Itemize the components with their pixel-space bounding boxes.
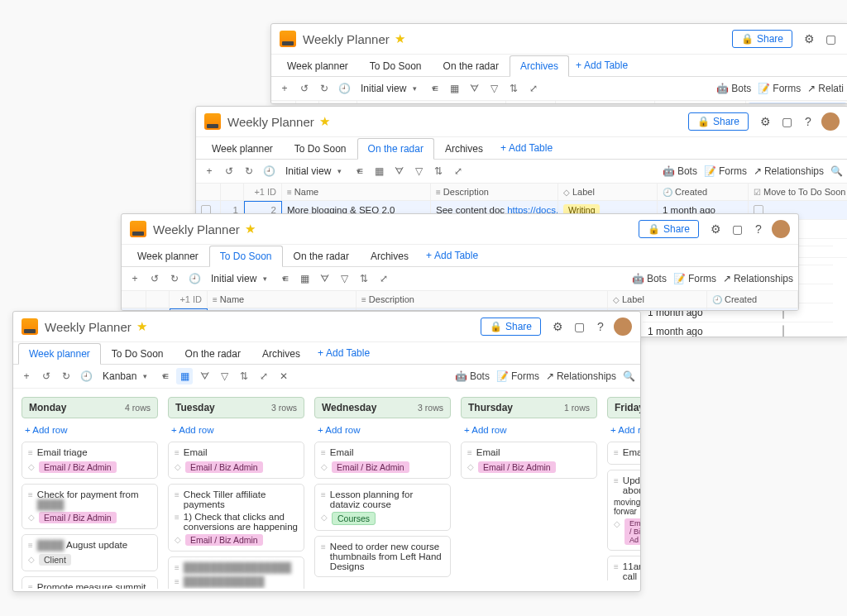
- undo-icon[interactable]: ↺: [38, 368, 55, 384]
- bots-button[interactable]: 🤖 Bots: [455, 370, 490, 382]
- col-desc[interactable]: ≡Description: [506, 101, 556, 104]
- forms-button[interactable]: 📝 Forms: [758, 83, 801, 94]
- lock-icon: 🔒: [741, 33, 754, 45]
- add-icon[interactable]: +: [18, 368, 35, 384]
- tab-week[interactable]: Week planner: [127, 246, 209, 266]
- chat-icon[interactable]: ▢: [569, 317, 589, 337]
- star-icon[interactable]: ★: [319, 114, 330, 129]
- add-table-button[interactable]: +Add Table: [569, 55, 634, 75]
- avatar[interactable]: [772, 220, 790, 238]
- tab-archives[interactable]: Archives: [251, 343, 311, 364]
- star-icon[interactable]: ★: [395, 31, 405, 46]
- tab-todo[interactable]: To Do Soon: [359, 55, 433, 76]
- view-dropdown[interactable]: Kanban: [98, 369, 155, 384]
- tab-archives[interactable]: Archives: [360, 246, 419, 266]
- chat-icon[interactable]: ▢: [727, 219, 747, 239]
- history-icon[interactable]: 🕘: [336, 80, 352, 97]
- gear-icon[interactable]: ⚙: [799, 29, 819, 49]
- star-icon[interactable]: ★: [136, 319, 147, 334]
- group-icon[interactable]: ⇅: [505, 80, 522, 97]
- kanban-card[interactable]: ≡Promote measure summit on social ≡Copyh…: [22, 576, 158, 589]
- gear-icon[interactable]: ⚙: [755, 112, 775, 131]
- help-icon[interactable]: ?: [798, 112, 818, 131]
- kanban-view-icon[interactable]: ▦: [446, 80, 462, 97]
- tab-archives[interactable]: Archives: [434, 138, 494, 159]
- tab-radar[interactable]: On the radar: [175, 343, 251, 364]
- kanban-card[interactable]: ≡Check for payment from ████ ◇Email / Bi…: [22, 484, 158, 529]
- add-table-button[interactable]: +Add Table: [311, 343, 376, 363]
- col-label[interactable]: ◇Label: [556, 101, 655, 104]
- redo-icon[interactable]: ↻: [316, 80, 333, 97]
- star-icon[interactable]: ★: [245, 222, 256, 236]
- share-button[interactable]: 🔒Share: [732, 30, 792, 48]
- chat-icon[interactable]: ▢: [777, 112, 797, 131]
- redo-icon[interactable]: ↻: [58, 368, 74, 384]
- tab-todo[interactable]: To Do Soon: [209, 246, 283, 267]
- kanban-view-icon[interactable]: ▦: [176, 368, 193, 384]
- forms-button[interactable]: 📝 Forms: [704, 165, 747, 177]
- gear-icon[interactable]: ⚙: [706, 219, 725, 239]
- kanban-column-tuesday: Tuesday3 rows + Add row ≡Email ◇Email / …: [168, 397, 304, 580]
- expand-icon[interactable]: ⤢: [525, 80, 542, 97]
- filter-icon[interactable]: ᗊ: [196, 368, 213, 384]
- app-title: Weekly Planner: [303, 32, 390, 46]
- toolbar: + ↺ ↻ 🕘 Initial view▾ ≡▾ ▦ ᗊ ▽ ⇅ ⤢ 🤖 Bot…: [271, 77, 847, 101]
- share-button[interactable]: 🔒Share: [688, 112, 749, 131]
- chat-icon[interactable]: ▢: [821, 29, 840, 49]
- avatar[interactable]: [821, 112, 840, 131]
- tab-week[interactable]: Week planner: [276, 55, 359, 76]
- avatar[interactable]: [614, 318, 632, 336]
- help-icon[interactable]: ?: [749, 219, 768, 239]
- add-column-button[interactable]: + Add column: [748, 103, 847, 104]
- add-table-button[interactable]: +Add Table: [494, 138, 559, 158]
- col-name[interactable]: ≡Name: [357, 101, 506, 104]
- app-logo-icon: [22, 318, 38, 335]
- gear-icon[interactable]: ⚙: [548, 317, 567, 337]
- app-logo-icon: [204, 113, 221, 130]
- add-row-button[interactable]: + Add row: [22, 423, 158, 437]
- tab-week[interactable]: Week planner: [201, 138, 284, 159]
- tab-radar[interactable]: On the radar: [357, 138, 434, 160]
- sort-icon[interactable]: ▽: [216, 368, 232, 384]
- add-table-button[interactable]: +Add Table: [419, 246, 485, 265]
- help-icon[interactable]: ?: [591, 317, 610, 337]
- undo-icon[interactable]: ↺: [296, 80, 313, 97]
- sort-icon[interactable]: ▽: [486, 80, 502, 97]
- filter-icon[interactable]: ᗊ: [466, 80, 482, 97]
- search-icon[interactable]: 🔍: [623, 370, 635, 382]
- bots-button[interactable]: 🤖 Bots: [716, 83, 751, 94]
- window-archives: Weekly Planner ★ 🔒Share ⚙ ▢ Week planner…: [270, 23, 847, 104]
- history-icon[interactable]: 🕘: [78, 368, 94, 384]
- kanban-column-monday: Monday4 rows + Add row ≡Email triage ◇Em…: [22, 397, 158, 580]
- search-icon[interactable]: 🔍: [830, 165, 843, 177]
- tab-week[interactable]: Week planner: [18, 343, 101, 365]
- app-logo-icon: [130, 221, 146, 237]
- window-week-kanban: Weekly Planner ★ 🔒Share ⚙ ▢ ? Week plann…: [12, 311, 641, 592]
- col-id[interactable]: +1 ID: [319, 101, 357, 104]
- kanban-card[interactable]: ≡████ August update ◇Client: [22, 534, 158, 571]
- relationships-button[interactable]: ↗ Relationships: [754, 165, 824, 177]
- tab-radar[interactable]: On the radar: [433, 55, 510, 76]
- header: Weekly Planner ★ 🔒Share ⚙ ▢: [271, 24, 847, 55]
- tab-todo[interactable]: To Do Soon: [101, 343, 175, 364]
- col-archived[interactable]: 🕘Archived: [655, 101, 746, 104]
- kanban-board: Monday4 rows + Add row ≡Email triage ◇Em…: [13, 389, 640, 589]
- kanban-column-friday: Friday + Add row ≡Email ≡Updates about m…: [607, 397, 640, 580]
- group-icon[interactable]: ⇅: [236, 368, 252, 384]
- relationships-button[interactable]: ↗ Relati: [807, 83, 844, 94]
- tab-archives[interactable]: Archives: [510, 55, 569, 77]
- drag-handle-icon[interactable]: ≡: [28, 447, 33, 459]
- relationships-button[interactable]: ↗ Relationships: [546, 370, 616, 382]
- kanban-card[interactable]: ≡Email triage ◇Email / Biz Admin: [22, 442, 158, 479]
- close-icon[interactable]: ✕: [275, 368, 292, 384]
- share-button[interactable]: 🔒Share: [481, 318, 541, 336]
- add-icon[interactable]: +: [276, 80, 293, 97]
- forms-button[interactable]: 📝 Forms: [496, 370, 539, 382]
- tab-radar[interactable]: On the radar: [283, 246, 360, 266]
- tab-todo[interactable]: To Do Soon: [284, 138, 357, 159]
- expand-icon[interactable]: ⤢: [256, 368, 272, 384]
- bots-button[interactable]: 🤖 Bots: [663, 165, 697, 177]
- share-button[interactable]: 🔒Share: [639, 220, 699, 238]
- tabs: Week planner To Do Soon On the radar Arc…: [271, 55, 847, 77]
- view-dropdown[interactable]: Initial view: [356, 81, 424, 96]
